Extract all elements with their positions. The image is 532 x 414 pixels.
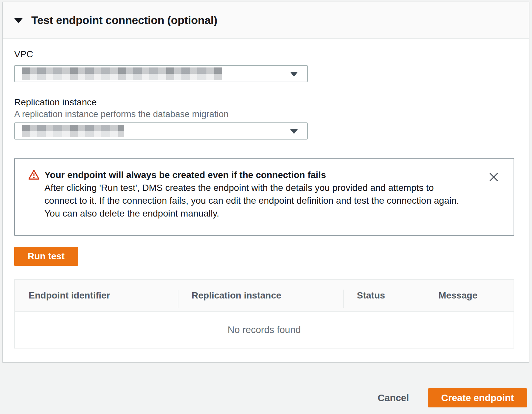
column-header-status: Status: [343, 280, 425, 311]
table-header-row: Endpoint identifier Replication instance…: [15, 280, 514, 312]
replication-instance-select[interactable]: [14, 122, 308, 140]
close-button[interactable]: [487, 170, 500, 184]
section-header[interactable]: Test endpoint connection (optional): [3, 2, 529, 39]
vpc-label: VPC: [14, 49, 517, 59]
column-header-replication-instance: Replication instance: [178, 280, 343, 311]
close-icon: [489, 172, 499, 182]
replication-instance-redacted-value: [22, 125, 124, 137]
page-background: { "section": { "title": "Test endpoint c…: [0, 0, 532, 414]
warning-alert: Your endpoint will always be created eve…: [14, 158, 514, 236]
column-header-message: Message: [425, 280, 514, 311]
collapse-triangle-icon[interactable]: [14, 18, 23, 23]
test-results-table: Endpoint identifier Replication instance…: [14, 279, 514, 349]
vpc-select[interactable]: [14, 65, 308, 82]
warning-icon: [28, 169, 40, 182]
empty-state-message: No records found: [15, 312, 514, 348]
chevron-down-icon: [290, 72, 298, 77]
alert-body: After clicking 'Run test', DMS creates t…: [44, 181, 461, 220]
section-title: Test endpoint connection (optional): [31, 14, 217, 27]
replication-instance-label: Replication instance: [14, 97, 517, 107]
test-endpoint-connection-section: Test endpoint connection (optional) VPC …: [3, 2, 529, 362]
column-header-endpoint-identifier: Endpoint identifier: [15, 280, 178, 311]
run-test-button[interactable]: Run test: [14, 247, 78, 266]
alert-title: Your endpoint will always be created eve…: [44, 168, 461, 181]
section-body: VPC Replication instance A replication i…: [3, 49, 529, 349]
create-endpoint-button[interactable]: Create endpoint: [428, 388, 527, 407]
form-footer: Cancel Create endpoint: [0, 362, 532, 414]
chevron-down-icon: [290, 129, 298, 134]
cancel-button[interactable]: Cancel: [378, 388, 409, 407]
vpc-redacted-value: [22, 67, 222, 80]
replication-instance-description: A replication instance performs the data…: [14, 109, 517, 119]
